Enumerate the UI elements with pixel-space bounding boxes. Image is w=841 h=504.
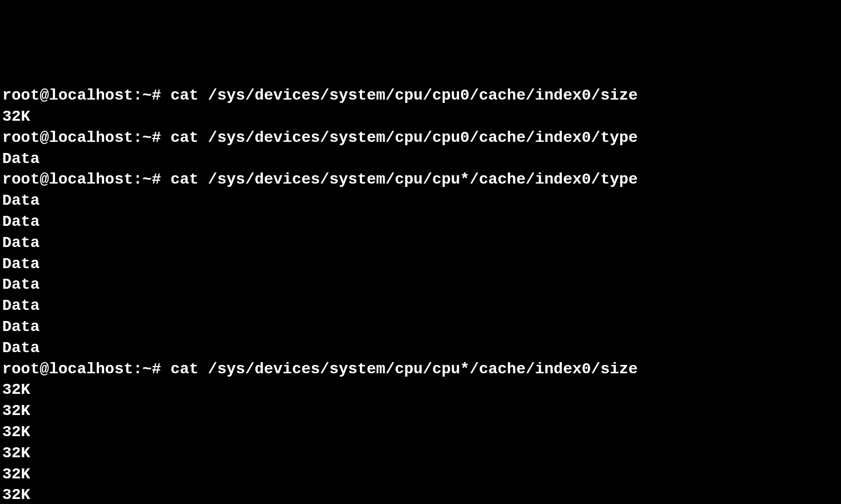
command-output-line: 32K: [2, 464, 839, 485]
command-output-line: 32K: [2, 443, 839, 464]
command-output-line: Data: [2, 295, 839, 317]
command-output-line: Data: [2, 274, 839, 295]
shell-command: cat /sys/devices/system/cpu/cpu0/cache/i…: [170, 129, 637, 146]
shell-command: cat /sys/devices/system/cpu/cpu0/cache/i…: [170, 87, 637, 104]
shell-prompt: root@localhost:~#: [2, 171, 170, 188]
command-output-line: 32K: [2, 379, 839, 401]
shell-command: cat /sys/devices/system/cpu/cpu*/cache/i…: [170, 360, 637, 378]
terminal-line: root@localhost:~# cat /sys/devices/syste…: [2, 169, 839, 190]
terminal-container[interactable]: root@localhost:~# cat /sys/devices/syste…: [2, 85, 839, 504]
shell-prompt: root@localhost:~#: [2, 87, 170, 104]
terminal-line: root@localhost:~# cat /sys/devices/syste…: [2, 85, 839, 106]
command-output-line: 32K: [2, 401, 839, 422]
command-output-line: Data: [2, 254, 839, 275]
command-output-line: Data: [2, 190, 839, 211]
command-output-line: Data: [2, 317, 839, 338]
command-output-line: 32K: [2, 422, 839, 443]
shell-command: cat /sys/devices/system/cpu/cpu*/cache/i…: [170, 171, 637, 188]
command-output-line: Data: [2, 211, 839, 233]
shell-prompt: root@localhost:~#: [2, 129, 170, 146]
terminal-line: root@localhost:~# cat /sys/devices/syste…: [2, 127, 839, 149]
terminal-line: root@localhost:~# cat /sys/devices/syste…: [2, 359, 839, 380]
command-output-line: Data: [2, 233, 839, 254]
command-output-line: Data: [2, 149, 839, 170]
shell-prompt: root@localhost:~#: [2, 360, 170, 378]
command-output-line: 32K: [2, 485, 839, 504]
command-output-line: Data: [2, 338, 839, 359]
command-output-line: 32K: [2, 106, 839, 127]
